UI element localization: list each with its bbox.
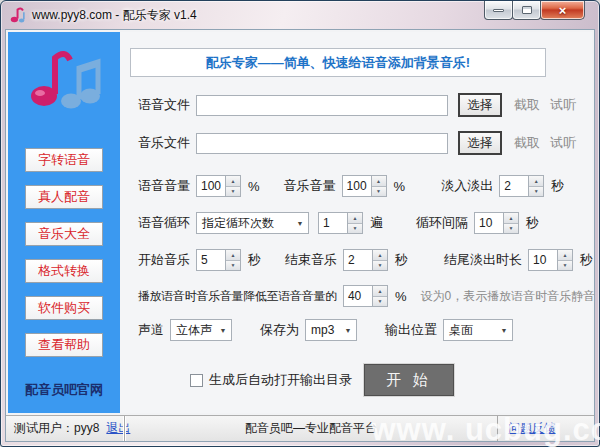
test-user-label: 测试用户：pyy8 xyxy=(14,420,99,437)
sidebar-item-format-convert[interactable]: 格式转换 xyxy=(25,259,103,283)
channel-label: 声道 xyxy=(138,321,164,339)
spinner-value[interactable]: 1 xyxy=(319,213,347,233)
feedback-link[interactable]: 问题反馈 xyxy=(508,421,556,435)
spinner-buttons: ▲ ▼ xyxy=(557,250,572,270)
auto-open-checkbox[interactable] xyxy=(190,374,203,387)
title-bar[interactable]: www.pyy8.com - 配乐专家 v1.4 × xyxy=(1,1,599,29)
close-button[interactable]: × xyxy=(540,1,585,20)
output-options-row: 声道 立体声 ▼ 保存为 mp3 ▼ 输出位置 桌面 ▼ xyxy=(138,317,586,343)
voice-volume-label: 语音音量 xyxy=(138,177,190,195)
fade-label: 淡入淡出 xyxy=(441,177,493,195)
spinner-buttons: ▲ ▼ xyxy=(225,176,240,196)
spinner-value[interactable]: 5 xyxy=(197,250,225,270)
spin-down-icon[interactable]: ▼ xyxy=(504,223,518,234)
voice-file-clip-link[interactable]: 截取 xyxy=(514,96,540,114)
duck-spinner[interactable]: 40 ▲ ▼ xyxy=(343,285,388,307)
spin-up-icon[interactable]: ▲ xyxy=(558,250,572,260)
start-music-spinner[interactable]: 5 ▲ ▼ xyxy=(196,249,241,271)
spin-up-icon[interactable]: ▲ xyxy=(226,176,240,186)
channel-select[interactable]: 立体声 ▼ xyxy=(170,319,232,341)
spin-up-icon[interactable]: ▲ xyxy=(504,213,518,223)
spinner-value[interactable]: 10 xyxy=(475,213,503,233)
spinner-value[interactable]: 100 xyxy=(343,176,371,196)
status-user-panel: 测试用户：pyy8 退出 xyxy=(6,420,124,437)
spin-up-icon[interactable]: ▲ xyxy=(373,286,387,296)
save-format-select[interactable]: mp3 ▼ xyxy=(305,319,357,341)
music-volume-label: 音乐音量 xyxy=(284,177,336,195)
music-file-select-button[interactable]: 选择 xyxy=(458,131,502,155)
ducking-row: 播放语音时音乐音量降低至语音音量的 40 ▲ ▼ % 设为0，表示播放语音时音乐… xyxy=(138,283,586,309)
spin-up-icon[interactable]: ▲ xyxy=(373,250,387,260)
spin-down-icon[interactable]: ▼ xyxy=(348,223,362,234)
loop-mode-select[interactable]: 指定循环次数 ▼ xyxy=(196,212,309,234)
fade-unit: 秒 xyxy=(551,177,564,195)
minimize-icon xyxy=(493,9,504,12)
platform-slogan: 配音员吧—专业配音平台 xyxy=(245,420,377,437)
chevron-down-icon: ▼ xyxy=(292,220,308,227)
spin-down-icon[interactable]: ▼ xyxy=(372,186,386,197)
output-location-label: 输出位置 xyxy=(385,321,437,339)
loop-interval-spinner[interactable]: 10 ▲ ▼ xyxy=(474,212,519,234)
spinner-buttons: ▲ ▼ xyxy=(503,213,518,233)
maximize-icon xyxy=(522,6,532,14)
selected-option: 立体声 xyxy=(171,322,215,339)
spin-up-icon[interactable]: ▲ xyxy=(226,250,240,260)
music-file-clip-link[interactable]: 截取 xyxy=(514,134,540,152)
music-note-icon xyxy=(9,6,27,24)
spin-down-icon[interactable]: ▼ xyxy=(373,260,387,271)
start-button[interactable]: 开 始 xyxy=(364,364,454,396)
music-file-listen-link[interactable]: 试听 xyxy=(550,134,576,152)
spin-down-icon[interactable]: ▼ xyxy=(373,296,387,307)
fade-spinner[interactable]: 2 ▲ ▼ xyxy=(499,175,544,197)
sidebar-item-music-library[interactable]: 音乐大全 xyxy=(25,222,103,246)
spinner-buttons: ▲ ▼ xyxy=(225,250,240,270)
minimize-button[interactable] xyxy=(484,1,513,20)
chevron-down-icon: ▼ xyxy=(496,327,512,334)
status-right-panel: 问题反馈 xyxy=(498,420,594,437)
maximize-button[interactable] xyxy=(512,1,541,20)
music-volume-spinner[interactable]: 100 ▲ ▼ xyxy=(342,175,387,197)
spin-up-icon[interactable]: ▲ xyxy=(348,213,362,223)
spinner-value[interactable]: 40 xyxy=(344,286,372,306)
duck-unit: % xyxy=(395,289,407,304)
sidebar-footer-site-name: 配音员吧官网 xyxy=(8,381,120,399)
spin-down-icon[interactable]: ▼ xyxy=(529,186,543,197)
end-music-unit: 秒 xyxy=(395,251,408,269)
spin-down-icon[interactable]: ▼ xyxy=(226,186,240,197)
output-location-select[interactable]: 桌面 ▼ xyxy=(443,319,513,341)
spinner-value[interactable]: 10 xyxy=(529,250,557,270)
voice-file-listen-link[interactable]: 试听 xyxy=(550,96,576,114)
music-file-input[interactable] xyxy=(196,133,448,154)
end-music-spinner[interactable]: 2 ▲ ▼ xyxy=(343,249,388,271)
button-label: 选择 xyxy=(468,135,493,152)
spinner-value[interactable]: 2 xyxy=(344,250,372,270)
status-center-panel: 配音员吧—专业配音平台 xyxy=(124,416,498,441)
action-row: 生成后自动打开输出目录 开 始 xyxy=(138,362,586,398)
nav-label: 真人配音 xyxy=(38,188,90,206)
status-bar: 测试用户：pyy8 退出 配音员吧—专业配音平台 问题反馈 xyxy=(6,415,594,441)
end-fade-spinner[interactable]: 10 ▲ ▼ xyxy=(528,249,573,271)
spin-down-icon[interactable]: ▼ xyxy=(558,260,572,271)
sidebar-item-human-dubbing[interactable]: 真人配音 xyxy=(25,185,103,209)
sidebar-item-buy-software[interactable]: 软件购买 xyxy=(25,296,103,320)
sidebar: 字转语音 真人配音 音乐大全 格式转换 软件购买 查看帮助 配音员吧官网 xyxy=(8,32,120,413)
voice-file-input[interactable] xyxy=(196,95,448,116)
sidebar-item-help[interactable]: 查看帮助 xyxy=(25,333,103,357)
spinner-value[interactable]: 100 xyxy=(197,176,225,196)
intro-outro-row: 开始音乐 5 ▲ ▼ 秒 结束音乐 2 ▲ ▼ 秒 xyxy=(138,247,586,273)
spin-up-icon[interactable]: ▲ xyxy=(529,176,543,186)
sidebar-item-text-to-speech[interactable]: 字转语音 xyxy=(25,148,103,172)
nav-label: 格式转换 xyxy=(38,262,90,280)
loop-count-spinner[interactable]: 1 ▲ ▼ xyxy=(318,212,363,234)
spin-up-icon[interactable]: ▲ xyxy=(372,176,386,186)
button-label: 选择 xyxy=(468,97,493,114)
nav-label: 音乐大全 xyxy=(38,225,90,243)
auto-open-label: 生成后自动打开输出目录 xyxy=(209,371,352,389)
spin-down-icon[interactable]: ▼ xyxy=(226,260,240,271)
voice-volume-spinner[interactable]: 100 ▲ ▼ xyxy=(196,175,241,197)
voice-loop-label: 语音循环 xyxy=(138,214,190,232)
spinner-value[interactable]: 2 xyxy=(500,176,528,196)
voice-file-select-button[interactable]: 选择 xyxy=(458,93,502,117)
selected-option: 指定循环次数 xyxy=(197,215,292,232)
start-music-unit: 秒 xyxy=(248,251,261,269)
